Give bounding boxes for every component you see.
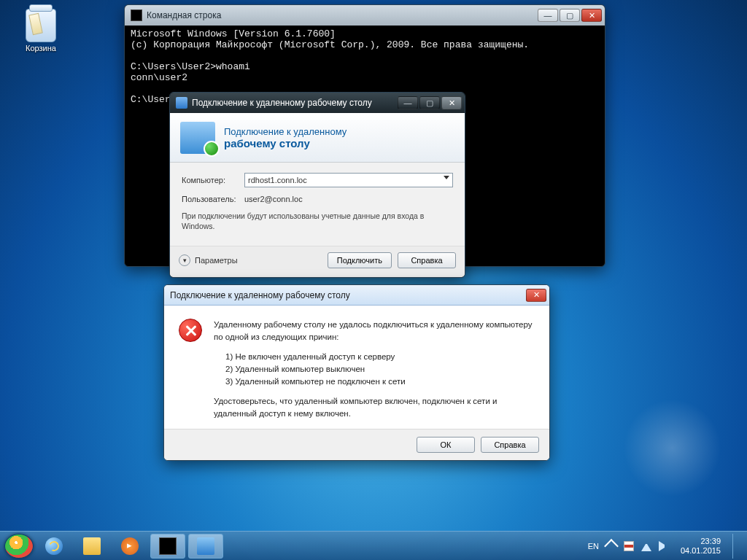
rdp-banner-icon bbox=[180, 122, 215, 154]
cmd-icon bbox=[131, 9, 142, 21]
error-title: Подключение к удаленному рабочему столу bbox=[170, 290, 526, 300]
rdp-banner: Подключение к удаленному рабочему столу bbox=[170, 113, 465, 163]
error-reason-3: 3) Удаленный компьютер не подключен к се… bbox=[225, 376, 535, 388]
close-button[interactable]: ✕ bbox=[581, 9, 602, 22]
volume-icon[interactable] bbox=[659, 541, 669, 551]
chevron-down-icon: ▾ bbox=[179, 254, 190, 266]
parameters-label: Параметры bbox=[195, 256, 238, 265]
clock-date: 04.01.2015 bbox=[681, 546, 721, 556]
parameters-toggle[interactable]: ▾ Параметры bbox=[179, 254, 238, 266]
rdp-icon bbox=[176, 97, 187, 109]
maximize-button[interactable]: ▢ bbox=[419, 96, 440, 109]
start-button[interactable] bbox=[4, 534, 34, 559]
recycle-bin[interactable]: Корзина bbox=[19, 9, 63, 52]
help-button[interactable]: Справка bbox=[398, 252, 456, 268]
ie-icon bbox=[45, 537, 63, 555]
user-label: Пользователь: bbox=[182, 195, 244, 203]
computer-value: rdhost1.conn.loc bbox=[248, 176, 307, 184]
banner-line2: рабочему столу bbox=[224, 137, 347, 149]
recycle-bin-icon bbox=[26, 9, 56, 42]
cmd-title: Командная строка bbox=[147, 10, 538, 20]
taskbar[interactable]: EN 23:39 04.01.2015 bbox=[0, 531, 747, 560]
recycle-bin-label: Корзина bbox=[19, 44, 63, 52]
rdp-icon bbox=[197, 537, 214, 555]
error-dialog[interactable]: Подключение к удаленному рабочему столу … bbox=[163, 284, 550, 461]
close-button[interactable]: ✕ bbox=[441, 96, 462, 109]
show-desktop-button[interactable] bbox=[732, 534, 740, 559]
error-outro: Удостоверьтесь, что удаленный компьютер … bbox=[214, 395, 535, 420]
minimize-button[interactable]: — bbox=[398, 96, 418, 109]
taskbar-rdp[interactable] bbox=[188, 534, 223, 559]
taskbar-explorer[interactable] bbox=[74, 534, 109, 559]
credentials-note: При подключении будут использованы учетн… bbox=[182, 211, 453, 231]
error-message: Удаленному рабочему столу не удалось под… bbox=[214, 319, 535, 420]
tray-expand-icon[interactable] bbox=[604, 539, 619, 553]
rdp-title: Подключение к удаленному рабочему столу bbox=[192, 98, 398, 108]
user-value: user2@conn.loc bbox=[244, 195, 303, 203]
error-titlebar[interactable]: Подключение к удаленному рабочему столу … bbox=[164, 285, 549, 306]
clock-time: 23:39 bbox=[681, 537, 721, 546]
media-icon bbox=[121, 537, 139, 555]
cmd-titlebar[interactable]: Командная строка — ▢ ✕ bbox=[125, 5, 605, 26]
language-indicator[interactable]: EN bbox=[588, 542, 599, 551]
ok-button[interactable]: ОК bbox=[417, 437, 475, 453]
rdp-titlebar[interactable]: Подключение к удаленному рабочему столу … bbox=[170, 93, 465, 113]
banner-line1: Подключение к удаленному bbox=[224, 126, 347, 137]
chevron-down-icon bbox=[444, 176, 449, 179]
clock[interactable]: 23:39 04.01.2015 bbox=[681, 537, 721, 556]
action-center-icon[interactable] bbox=[624, 541, 634, 551]
minimize-button[interactable]: — bbox=[538, 9, 558, 22]
computer-label: Компьютер: bbox=[182, 176, 244, 184]
system-tray: EN 23:39 04.01.2015 bbox=[588, 534, 743, 559]
computer-combobox[interactable]: rdhost1.conn.loc bbox=[244, 173, 453, 187]
connect-button[interactable]: Подключить bbox=[328, 252, 392, 268]
rdp-window[interactable]: Подключение к удаленному рабочему столу … bbox=[169, 92, 465, 278]
error-icon bbox=[179, 319, 202, 342]
taskbar-media-player[interactable] bbox=[112, 534, 147, 559]
folder-icon bbox=[83, 537, 101, 555]
error-reason-1: 1) Не включен удаленный доступ к серверу bbox=[225, 351, 535, 363]
taskbar-cmd[interactable] bbox=[150, 534, 185, 559]
network-icon[interactable] bbox=[641, 541, 651, 551]
error-intro: Удаленному рабочему столу не удалось под… bbox=[214, 319, 535, 343]
cmd-icon bbox=[159, 537, 177, 555]
close-button[interactable]: ✕ bbox=[526, 289, 546, 302]
taskbar-ie[interactable] bbox=[36, 534, 71, 559]
help-button[interactable]: Справка bbox=[481, 437, 539, 453]
maximize-button[interactable]: ▢ bbox=[560, 9, 580, 22]
error-reason-2: 2) Удаленный компьютер выключен bbox=[225, 363, 535, 376]
